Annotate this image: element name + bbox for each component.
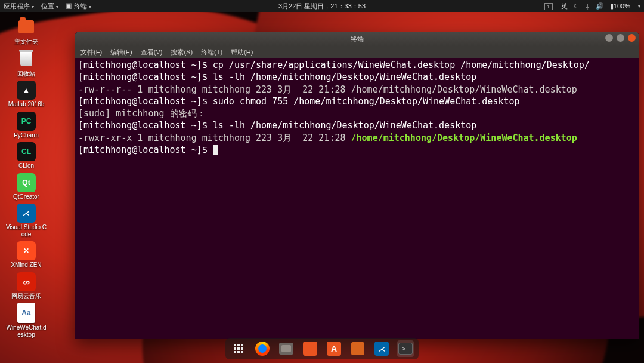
battery-indicator[interactable]: ▮100% [610,2,630,10]
dock-files[interactable] [278,340,295,357]
input-method-indicator[interactable]: 英 [561,2,568,11]
system-menu-arrow-icon[interactable]: ▾ [638,4,640,9]
workspace-indicator[interactable]: 1 [544,2,555,10]
dock-software[interactable] [302,340,318,357]
menu-search[interactable]: 搜索(S) [171,48,193,57]
prompt: [mitchhong@localhost ~]$ [78,60,213,70]
clion-icon: CL [17,142,36,161]
prompt: [mitchhong@localhost ~]$ [78,144,213,155]
terminal-output: [sudo] mitchhong 的密码： [78,108,206,119]
netease-icon: ᔕ [17,272,36,291]
terminal-menubar: 文件(F) 编辑(E) 查看(V) 搜索(S) 终端(T) 帮助(H) [75,46,639,58]
prompt: [mitchhong@localhost ~]$ [78,72,213,82]
desktop-icons: 主文件夹 回收站 ▲ Matlab 2016b PC PyCharm CL CL… [4,17,50,338]
desktop-file-icon: Aa [17,303,35,323]
terminal-window: 终端 文件(F) 编辑(E) 查看(V) 搜索(S) 终端(T) 帮助(H) [… [75,32,639,339]
dock-appcenter[interactable]: A [326,340,342,357]
pycharm-icon: PC [17,112,36,131]
menu-help[interactable]: 帮助(H) [231,48,253,57]
shopping-bag-icon [303,342,317,356]
dock-firefox[interactable] [254,340,271,357]
command-line: ls -lh /home/mitchhong/Desktop/WineWeCha… [213,72,477,82]
terminal-body[interactable]: [mitchhong@localhost ~]$ cp /usr/share/a… [75,58,639,339]
qt-icon: Qt [17,173,36,192]
command-line: cp /usr/share/applications/WineWeChat.de… [213,60,590,70]
network-icon[interactable]: ⏚ [586,2,590,10]
active-app-indicator[interactable]: ▣ 终端▾ [66,2,91,11]
dock-show-apps[interactable] [230,340,247,357]
desktop-icon-pycharm[interactable]: PC PyCharm [4,112,49,139]
dock-package[interactable] [349,340,366,357]
dock: A ⋌ >_ [225,338,419,359]
desktop-icon-home[interactable]: 主文件夹 [4,17,49,45]
clock[interactable]: 3月22日 星期日，21：33：53 [278,2,366,11]
desktop-icon-trash[interactable]: 回收站 [4,49,49,78]
firefox-icon [255,342,270,356]
home-folder-icon [18,20,34,33]
terminal-output: -rwxr-xr-x 1 mitchhong mitchhong 223 3月 … [78,133,351,143]
window-maximize-button[interactable] [617,34,624,42]
prompt: [mitchhong@localhost ~]$ [78,120,213,131]
menu-terminal[interactable]: 终端(T) [201,48,222,57]
terminal-cursor [213,145,218,155]
desktop-icon-netease[interactable]: ᔕ 网易云音乐 [4,272,49,300]
dock-vscode[interactable]: ⋌ [373,340,390,357]
window-title: 终端 [351,35,364,44]
apps-grid-icon [234,344,243,353]
window-minimize-button[interactable] [605,34,613,42]
menu-edit[interactable]: 编辑(E) [110,48,132,57]
desktop-icon-clion[interactable]: CL CLion [4,142,49,170]
desktop-icon-qtcreator[interactable]: Qt QtCreator [4,173,49,201]
window-close-button[interactable] [628,34,636,42]
files-icon [279,343,293,355]
terminal-titlebar[interactable]: 终端 [75,32,639,46]
terminal-output: -rw-r--r-- 1 mitchhong mitchhong 223 3月 … [78,84,577,95]
desktop-icon-vscode[interactable]: ⋌ Visual Studio Code [4,204,49,238]
menu-applications[interactable]: 应用程序▾ [4,2,34,11]
command-line: ls -lh /home/mitchhong/Desktop/WineWeCha… [213,120,477,131]
package-icon [351,342,364,355]
matlab-icon: ▲ [17,81,36,100]
xmind-icon: ✕ [17,241,36,260]
desktop-icon-matlab[interactable]: ▲ Matlab 2016b [4,81,49,108]
desktop-icon-winewechat[interactable]: Aa WineWeChat.desktop [4,303,49,338]
command-line: sudo chmod 755 /home/mitchhong/Desktop/W… [213,96,520,107]
night-mode-icon[interactable]: ☾ [574,2,580,10]
terminal-icon: >_ [398,343,413,355]
letter-a-icon: A [327,342,341,356]
prompt: [mitchhong@localhost ~]$ [78,96,213,107]
menu-view[interactable]: 查看(V) [141,48,163,57]
vscode-icon: ⋌ [17,204,36,223]
dock-terminal[interactable]: >_ [397,340,414,357]
menu-places[interactable]: 位置▾ [41,2,58,11]
volume-icon[interactable]: 🔊 [596,2,604,10]
desktop-icon-xmind[interactable]: ✕ XMind ZEN [4,241,49,269]
trash-icon [20,52,32,66]
menu-file[interactable]: 文件(F) [80,48,102,57]
vscode-icon: ⋌ [374,342,389,356]
top-panel: 应用程序▾ 位置▾ ▣ 终端▾ 3月22日 星期日，21：33：53 1 英 ☾… [0,0,644,12]
terminal-output-executable-path: /home/mitchhong/Desktop/WineWeChat.deskt… [351,133,577,143]
